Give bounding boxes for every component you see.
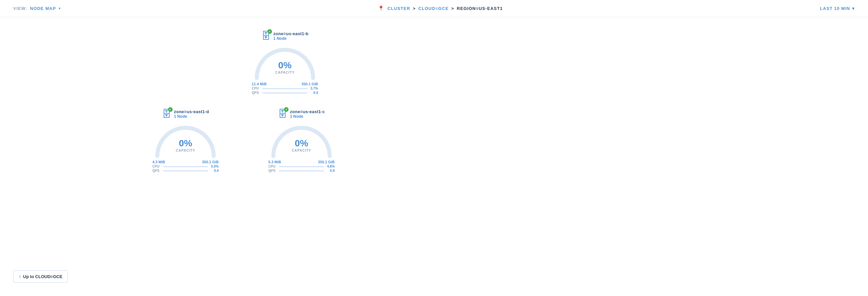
node-header: 🗄 ✓ zone=us-east1-d 1 Node [162,109,209,119]
mem-stat: 4.3 MiB [152,160,165,164]
qps-val: 0.0 [326,169,335,172]
node-card-zone-c[interactable]: 🗄 ✓ zone=us-east1-c 1 Node 0% CAPACITY 5… [252,109,351,173]
breadcrumb-cloud[interactable]: CLOUD=GCE [418,6,448,11]
gauge-text: 0% CAPACITY [176,138,195,152]
qps-label: QPS [252,91,261,95]
view-value[interactable]: NODE MAP [30,6,56,11]
stats-row: 5.3 MiB 350.1 GiB [268,160,335,164]
node-header: 🗄 ✓ zone=us-east1-b 1 Node [261,30,308,42]
node-info: zone=us-east1-d 1 Node [174,109,209,119]
mem-stat: 11.4 MiB [252,82,267,86]
gauge-pct: 0% [292,138,311,149]
node-status-check: ✓ [168,107,173,112]
cpu-val: 4.6% [326,165,335,168]
top-bar: VIEW: NODE MAP ▾ 📍 CLUSTER > CLOUD=GCE >… [0,0,868,17]
time-selector[interactable]: LAST 10 MIN ▾ [820,6,855,11]
qps-label: QPS [268,169,278,172]
qps-bar [279,170,324,171]
cpu-label: CPU [152,165,162,168]
mem-stat: 5.3 MiB [268,160,281,164]
node-card-zone-d[interactable]: 🗄 ✓ zone=us-east1-d 1 Node 0% CAPACITY 4… [136,109,235,173]
disk-stat: 350.1 GiB [302,82,318,86]
gauge-container: 0% CAPACITY [252,45,318,81]
node-count: 1 Node [273,36,308,41]
node-status-check: ✓ [267,29,272,34]
view-chevron-icon[interactable]: ▾ [59,6,61,10]
node-status-check: ✓ [284,107,288,112]
view-selector[interactable]: VIEW: NODE MAP ▾ [13,6,61,11]
stats-row: 11.4 MiB 350.1 GiB [252,82,318,86]
stats-row: 4.3 MiB 350.1 GiB [152,160,219,164]
cpu-metric-row: CPU 3.7% [252,87,318,90]
gauge-label: CAPACITY [292,149,311,152]
main-content: 🗄 ✓ zone=us-east1-b 1 Node 0% CAPACITY 1… [0,17,868,296]
disk-stat: 350.1 GiB [202,160,219,164]
up-to-cloud-button[interactable]: ↑ Up to CLOUD=GCE [13,270,68,283]
gauge-text: 0% CAPACITY [292,138,311,152]
cpu-metric-row: CPU 4.6% [268,165,335,168]
cpu-bar [163,166,208,167]
time-label: LAST 10 MIN [820,6,850,11]
breadcrumb-sep1: > [413,6,416,11]
cpu-val: 5.0% [209,165,219,168]
gauge-container: 0% CAPACITY [268,123,335,159]
qps-val: 0.0 [209,169,219,172]
location-icon: 📍 [378,5,385,11]
gauge-container: 0% CAPACITY [152,123,219,159]
node-name: zone=us-east1-d [174,109,209,114]
up-button-label: Up to CLOUD=GCE [23,274,63,279]
up-arrow-icon: ↑ [19,274,21,279]
gauge-text: 0% CAPACITY [275,60,294,74]
node-count: 1 Node [174,114,209,119]
breadcrumb-region: REGION=US-EAST1 [457,6,503,11]
cpu-label: CPU [268,165,278,168]
qps-val: 0.0 [309,91,318,95]
cpu-val: 3.7% [309,87,318,90]
cpu-bar [279,166,324,167]
gauge-label: CAPACITY [176,149,195,152]
node-card-zone-b[interactable]: 🗄 ✓ zone=us-east1-b 1 Node 0% CAPACITY 1… [235,30,335,95]
breadcrumb-sep2: > [451,6,454,11]
node-header: 🗄 ✓ zone=us-east1-c 1 Node [278,109,325,119]
view-label: VIEW: [13,6,28,11]
node-count: 1 Node [290,114,325,119]
node-icon-wrap: 🗄 ✓ [162,109,171,119]
qps-bar [262,92,307,93]
cpu-bar [262,88,307,89]
gauge-label: CAPACITY [275,71,294,74]
breadcrumb: 📍 CLUSTER > CLOUD=GCE > REGION=US-EAST1 [378,5,503,11]
disk-stat: 350.1 GiB [318,160,335,164]
cpu-metric-row: CPU 5.0% [152,165,219,168]
node-name: zone=us-east1-c [290,109,325,114]
qps-metric-row: QPS 0.0 [152,169,219,172]
node-info: zone=us-east1-b 1 Node [273,31,308,41]
node-info: zone=us-east1-c 1 Node [290,109,325,119]
qps-label: QPS [152,169,162,172]
cpu-label: CPU [252,87,261,90]
gauge-pct: 0% [176,138,195,149]
node-name: zone=us-east1-b [273,31,308,36]
qps-metric-row: QPS 0.0 [252,91,318,95]
node-icon-wrap: 🗄 ✓ [261,30,271,42]
breadcrumb-cluster[interactable]: CLUSTER [387,6,410,11]
time-chevron-icon[interactable]: ▾ [852,6,855,11]
qps-bar [163,170,208,171]
qps-metric-row: QPS 0.0 [268,169,335,172]
gauge-pct: 0% [275,60,294,71]
node-icon-wrap: 🗄 ✓ [278,109,287,119]
